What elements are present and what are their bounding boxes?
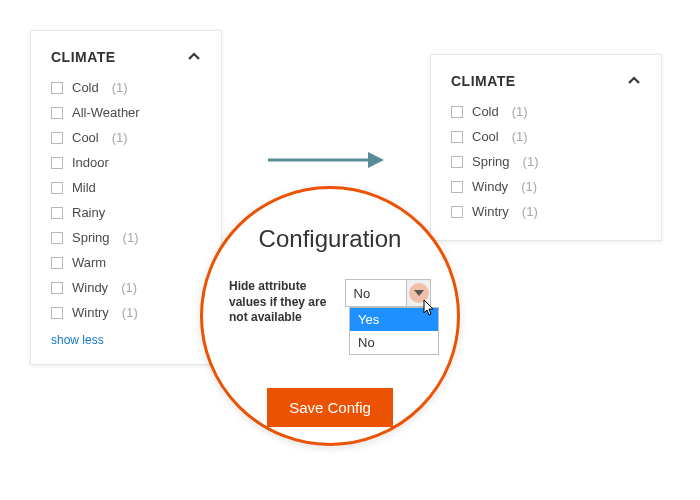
checkbox-icon[interactable] [51,107,63,119]
select-value: No [346,280,406,306]
count-badge: (1) [123,230,139,245]
panel-header[interactable]: CLIMATE [51,49,201,75]
filter-item[interactable]: Windy(1) [451,174,641,199]
filter-list-right: Cold(1) Cool(1) Spring(1) Windy(1) Wintr… [451,99,641,224]
configuration-callout: Configuration Hide attribute values if t… [200,186,460,446]
panel-header[interactable]: CLIMATE [451,73,641,99]
filter-item[interactable]: Spring(1) [451,149,641,174]
count-badge: (1) [112,130,128,145]
checkbox-icon[interactable] [451,181,463,193]
filter-item[interactable]: Spring(1) [51,225,201,250]
count-badge: (1) [522,204,538,219]
panel-title: CLIMATE [451,73,516,89]
config-field-label: Hide attribute values if they are not av… [229,279,335,326]
climate-filter-panel-before: CLIMATE Cold(1) All-Weather Cool(1) Indo… [30,30,222,365]
show-less-link[interactable]: show less [51,333,104,347]
chevron-up-icon [187,50,201,64]
config-title: Configuration [259,225,402,253]
checkbox-icon[interactable] [451,106,463,118]
hide-values-select[interactable]: No [345,279,431,307]
arrow-right-icon [268,150,388,170]
checkbox-icon[interactable] [51,232,63,244]
filter-item[interactable]: All-Weather [51,100,201,125]
panel-title: CLIMATE [51,49,116,65]
filter-item[interactable]: Cool(1) [451,124,641,149]
checkbox-icon[interactable] [451,206,463,218]
checkbox-icon[interactable] [51,307,63,319]
filter-item[interactable]: Wintry(1) [51,300,201,325]
checkbox-icon[interactable] [51,282,63,294]
checkbox-icon[interactable] [51,157,63,169]
count-badge: (1) [512,129,528,144]
save-config-button[interactable]: Save Config [267,388,393,427]
checkbox-icon[interactable] [51,182,63,194]
config-field-row: Hide attribute values if they are not av… [203,279,457,326]
climate-filter-panel-after: CLIMATE Cold(1) Cool(1) Spring(1) Windy(… [430,54,662,241]
filter-item[interactable]: Indoor [51,150,201,175]
filter-item[interactable]: Rainy [51,200,201,225]
filter-item[interactable]: Warm [51,250,201,275]
checkbox-icon[interactable] [451,156,463,168]
filter-item[interactable]: Windy(1) [51,275,201,300]
filter-item[interactable]: Mild [51,175,201,200]
checkbox-icon[interactable] [51,257,63,269]
filter-item[interactable]: Cold(1) [451,99,641,124]
filter-list-left: Cold(1) All-Weather Cool(1) Indoor Mild … [51,75,201,325]
chevron-up-icon [627,74,641,88]
count-badge: (1) [122,305,138,320]
checkbox-icon[interactable] [51,82,63,94]
count-badge: (1) [523,154,539,169]
count-badge: (1) [521,179,537,194]
checkbox-icon[interactable] [451,131,463,143]
filter-item[interactable]: Cold(1) [51,75,201,100]
select-option[interactable]: No [350,331,438,354]
checkbox-icon[interactable] [51,132,63,144]
count-badge: (1) [512,104,528,119]
cursor-icon [421,299,437,323]
filter-item[interactable]: Cool(1) [51,125,201,150]
filter-item[interactable]: Wintry(1) [451,199,641,224]
checkbox-icon[interactable] [51,207,63,219]
count-badge: (1) [112,80,128,95]
count-badge: (1) [121,280,137,295]
